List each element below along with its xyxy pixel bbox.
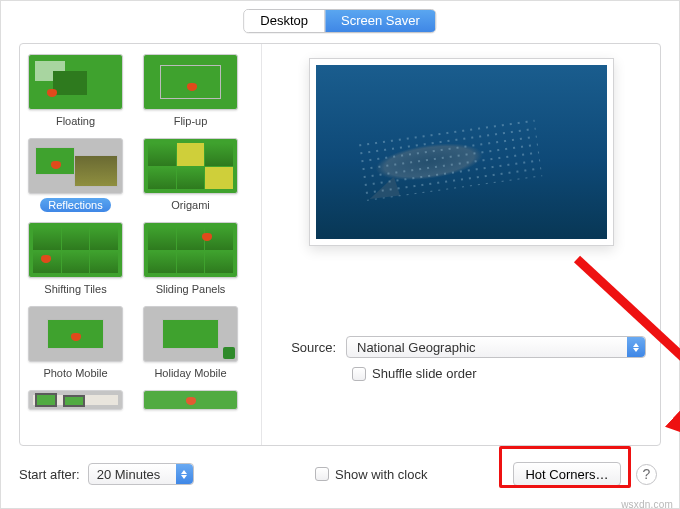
source-value: National Geographic [357, 340, 476, 355]
ss-label: Holiday Mobile [146, 366, 234, 380]
ss-item-holiday[interactable]: Holiday Mobile [143, 306, 238, 380]
ss-item-more[interactable] [143, 390, 238, 410]
ss-item-shifting[interactable]: Shifting Tiles [28, 222, 123, 296]
clock-checkbox[interactable] [315, 467, 329, 481]
ss-item-reflections[interactable]: Reflections [28, 138, 123, 212]
start-after-label: Start after: [19, 467, 80, 482]
hot-corners-button[interactable]: Hot Corners… [513, 462, 621, 486]
ss-label: Flip-up [166, 114, 216, 128]
ss-item-more[interactable] [28, 390, 123, 410]
ss-item-photomobile[interactable]: Photo Mobile [28, 306, 123, 380]
shuffle-label: Shuffle slide order [372, 366, 477, 381]
start-after-popup[interactable]: 20 Minutes [88, 463, 194, 485]
tab-screensaver[interactable]: Screen Saver [324, 10, 436, 32]
help-button[interactable]: ? [636, 464, 657, 485]
ss-item-flipup[interactable]: Flip-up [143, 54, 238, 128]
ss-label: Origami [163, 198, 218, 212]
shuffle-checkbox[interactable] [352, 367, 366, 381]
screensaver-list[interactable]: Floating Flip-up Reflections Origami [20, 44, 262, 445]
source-popup[interactable]: National Geographic [346, 336, 646, 358]
preview-pane: Source: National Geographic Shuffle slid… [262, 44, 660, 445]
prefs-window: Desktop Screen Saver Floating Flip-up Re… [0, 0, 680, 509]
ss-label: Sliding Panels [148, 282, 234, 296]
ss-label: Photo Mobile [35, 366, 115, 380]
updown-icon [176, 464, 193, 484]
tab-desktop[interactable]: Desktop [244, 10, 324, 32]
annotation-arrow [562, 254, 680, 484]
start-after-value: 20 Minutes [97, 467, 161, 482]
preview-frame [309, 58, 614, 246]
ss-label: Reflections [40, 198, 110, 212]
ss-label: Shifting Tiles [36, 282, 114, 296]
source-label: Source: [280, 340, 336, 355]
ss-item-sliding[interactable]: Sliding Panels [143, 222, 238, 296]
updown-icon [627, 337, 645, 357]
main-panel: Floating Flip-up Reflections Origami [19, 43, 661, 446]
watermark: wsxdn.com [621, 499, 673, 509]
preview-image [316, 65, 607, 239]
bottom-bar: Start after: 20 Minutes Show with clock … [19, 454, 661, 494]
ss-item-floating[interactable]: Floating [28, 54, 123, 128]
tab-segmented-control: Desktop Screen Saver [243, 9, 436, 33]
clock-label: Show with clock [335, 467, 427, 482]
ss-label: Floating [48, 114, 103, 128]
ss-item-origami[interactable]: Origami [143, 138, 238, 212]
